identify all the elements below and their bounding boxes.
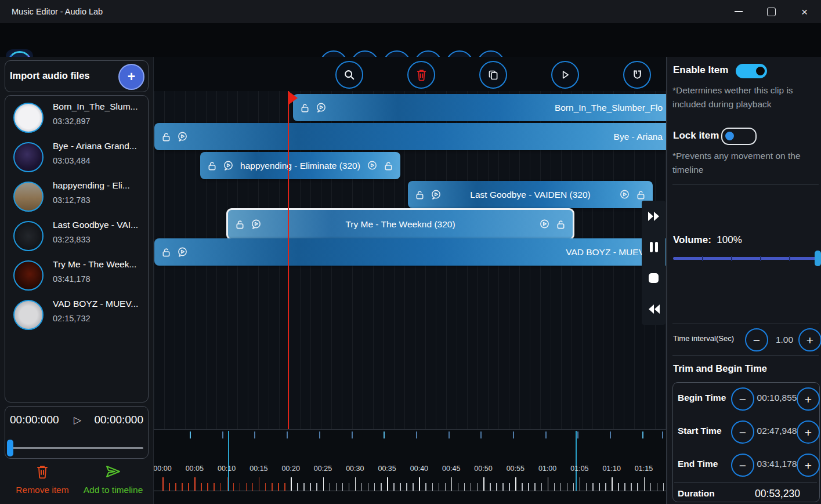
time-interval-minus-button[interactable]: − (745, 328, 768, 351)
start-time-value: 02:47,948 (754, 426, 800, 436)
seek-thumb[interactable] (7, 440, 13, 456)
play-icon[interactable]: ▷ (74, 414, 81, 426)
timeline-ruler[interactable]: 00:0000:0500:1000:1500:2000:2500:3000:35… (154, 429, 666, 504)
fast-forward-button[interactable] (645, 208, 663, 225)
timeline-clip-born-in-the-slumber[interactable]: Born_In_The_Slumber_Flo (293, 94, 666, 121)
timeline-clip-last-goodbye[interactable]: Last Goodbye - VAIDEN (320) (408, 181, 653, 208)
clip-left-icons (154, 246, 188, 258)
unlock-icon[interactable] (207, 161, 217, 171)
start-time-minus-button[interactable]: − (731, 420, 754, 444)
end-time-plus-button[interactable]: + (797, 454, 820, 477)
plus-icon: + (806, 334, 813, 346)
preview-play-icon[interactable] (251, 219, 262, 230)
ruler-label: 00:40 (406, 465, 432, 473)
preview-play-icon[interactable] (177, 131, 188, 142)
ruler-tick (265, 483, 266, 491)
preview-play-icon[interactable] (367, 160, 378, 171)
timeline-tracks[interactable]: Born_In_The_Slumber_Flo Bye - Ariana hap… (154, 91, 666, 429)
maximize-button[interactable] (755, 0, 788, 23)
toggle-knob (725, 132, 734, 140)
begin-time-minus-button[interactable]: − (731, 387, 754, 411)
divider (672, 324, 819, 324)
ruler-tick (528, 483, 529, 491)
window-controls: × (722, 0, 821, 23)
remove-item-button[interactable]: Remove item (5, 464, 80, 495)
clip-right-icons (367, 160, 400, 171)
ruler-tick (310, 483, 311, 491)
end-time-value: 03:41,178 (754, 459, 800, 469)
overview-tick (319, 432, 320, 438)
list-item[interactable]: VAD BOYZ - MUEV... 02:15,732 (12, 298, 143, 330)
unlock-icon[interactable] (161, 247, 171, 258)
overview-tick (352, 432, 353, 438)
rewind-button[interactable] (645, 300, 663, 318)
unlock-icon[interactable] (556, 219, 566, 230)
volume-value: 100% (717, 234, 742, 245)
timeline-clip-try-me-selected[interactable]: Try Me - The Weeknd (320) (226, 208, 574, 240)
start-time-plus-button[interactable]: + (797, 420, 820, 444)
unlock-icon[interactable] (235, 219, 245, 230)
unlock-icon[interactable] (300, 103, 310, 113)
seek-bar[interactable] (10, 447, 143, 449)
plus-icon: + (805, 393, 812, 405)
volume-slider-thumb[interactable] (815, 251, 821, 266)
minimize-button[interactable] (722, 0, 755, 23)
position-marker-line[interactable] (576, 431, 577, 491)
import-add-button[interactable]: + (118, 64, 144, 90)
enable-item-toggle[interactable] (736, 64, 767, 78)
preview-play-icon[interactable] (177, 246, 188, 258)
add-to-timeline-button[interactable]: Add to timeline (75, 464, 151, 495)
ruler-tick (330, 483, 331, 491)
unlock-icon[interactable] (384, 161, 393, 171)
unlock-icon[interactable] (161, 132, 171, 142)
list-item[interactable]: Born_In_The_Slum... 03:32,897 (12, 100, 143, 133)
preview-play-icon[interactable] (316, 102, 327, 113)
trash-icon (35, 464, 49, 479)
ruler-tick (291, 477, 292, 491)
unlock-icon[interactable] (636, 190, 646, 200)
list-item[interactable]: Bye - Ariana Grand... 03:03,484 (12, 140, 143, 172)
end-time-label: End Time (678, 459, 718, 469)
end-time-minus-button[interactable]: − (731, 454, 754, 477)
ruler-tick (182, 483, 183, 491)
list-item[interactable]: Try Me - The Week... 03:41,178 (12, 258, 143, 291)
divider (672, 184, 819, 184)
delete-clip-button[interactable] (407, 61, 435, 89)
volume-slider[interactable] (673, 257, 818, 260)
ruler-tick (272, 483, 273, 491)
preview-play-icon[interactable] (539, 219, 550, 230)
pause-button[interactable] (645, 238, 663, 256)
lock-item-toggle[interactable] (721, 128, 757, 145)
close-button[interactable]: × (788, 0, 821, 23)
timeline-clip-bye-ariana[interactable]: Bye - Ariana (154, 123, 666, 150)
ruler-tick (534, 483, 536, 491)
preview-play-icon[interactable] (619, 189, 630, 200)
ruler-tick (663, 483, 664, 491)
stop-button[interactable] (645, 270, 663, 287)
overview-tick (384, 432, 385, 438)
begin-time-plus-button[interactable]: + (797, 387, 820, 411)
copy-clip-button[interactable] (479, 61, 507, 89)
unlock-icon[interactable] (415, 190, 425, 200)
zoom-search-button[interactable] (335, 61, 363, 89)
begin-time-value: 00:10,855 (754, 393, 800, 403)
list-item[interactable]: happyending - Eli... 03:12,783 (12, 179, 143, 212)
lock-item-description: *Prevents any movement on the timeline (672, 149, 821, 177)
preview-play-icon[interactable] (223, 160, 234, 171)
ruler-label: 00:05 (181, 465, 208, 473)
ruler-tick (355, 477, 356, 491)
list-item[interactable]: Last Goodbye - VAI... 03:23,833 (12, 219, 143, 251)
playhead-line[interactable] (288, 91, 289, 429)
app-header: Music Editor - Audio Lab (0, 23, 821, 57)
time-interval-plus-button[interactable]: + (798, 328, 821, 351)
album-art (13, 260, 44, 291)
timeline-clip-happyending[interactable]: happyending - Eliminate (320) (200, 152, 400, 179)
preview-play-icon[interactable] (431, 189, 442, 200)
ruler-label: 00:00 (154, 465, 176, 473)
magnet-snap-button[interactable] (623, 61, 651, 89)
ruler-tick (477, 483, 478, 491)
play-timeline-button[interactable] (551, 61, 579, 89)
begin-marker-line[interactable] (228, 431, 229, 491)
timeline-clip-vad-boyz[interactable]: VAD BOYZ - MUEVELO (154, 238, 666, 266)
clip-left-icons (154, 131, 188, 142)
